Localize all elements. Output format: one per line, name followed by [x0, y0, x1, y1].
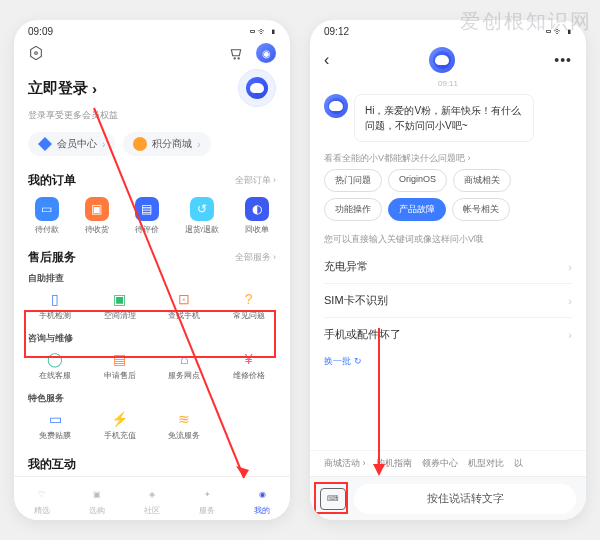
- settings-hex-icon[interactable]: [28, 45, 44, 61]
- service-icon: ✦: [198, 486, 216, 504]
- grid-phone-check[interactable]: ▯手机检测: [24, 287, 87, 324]
- pill-points[interactable]: 积分商城›: [123, 132, 210, 156]
- bc-coupon[interactable]: 领券中心: [422, 457, 458, 470]
- faq-charge[interactable]: 充电异常›: [310, 250, 586, 283]
- faq-sim[interactable]: SIM卡不识别›: [310, 284, 586, 317]
- heart-icon: ♡: [33, 486, 51, 504]
- bc-compare[interactable]: 机型对比: [468, 457, 504, 470]
- more-button[interactable]: •••: [554, 52, 572, 68]
- refresh-button[interactable]: 换一批 ↻: [310, 351, 586, 376]
- orders-more[interactable]: 全部订单 ›: [235, 174, 277, 187]
- nav-featured[interactable]: ♡精选: [33, 486, 51, 516]
- login-subtitle: 登录享受更多会员权益: [14, 109, 290, 128]
- doc-icon: ▤: [111, 350, 129, 368]
- phone-left: 09:09 ▭ ᯤ ▮ ◉ 立即登录› 登录享受更多会员权益 会员中心› 积分商…: [14, 20, 290, 520]
- keyboard-icon[interactable]: ⌨: [320, 488, 346, 510]
- chevron-right-icon: ›: [568, 261, 572, 273]
- grid-repair-price[interactable]: ¥维修价格: [218, 347, 281, 384]
- faq-broken[interactable]: 手机或配件坏了›: [310, 318, 586, 351]
- orders-title: 我的订单: [28, 172, 76, 189]
- chevron-right-icon: ›: [197, 139, 200, 150]
- grid-special: ▭免费贴膜 ⚡手机充值 ≋免流服务: [14, 405, 290, 450]
- chip-originos[interactable]: OriginOS: [388, 169, 447, 192]
- refund-icon: ↺: [190, 197, 214, 221]
- search-icon: ⊡: [175, 290, 193, 308]
- voice-button[interactable]: 按住说话转文字: [354, 484, 576, 514]
- orders-row: ▭待付款 ▣待收货 ▤待评价 ↺退货/退款 ◐回收单: [14, 193, 290, 243]
- interaction-title-row: 我的互动: [14, 450, 290, 477]
- greeting-bubble: Hi，亲爱的V粉，新年快乐！有什么问题，不妨问问小V吧~: [354, 94, 534, 142]
- price-icon: ¥: [240, 350, 258, 368]
- bc-guide[interactable]: 购机指南: [376, 457, 412, 470]
- nav-service[interactable]: ✦服务: [198, 486, 216, 516]
- msg-avatar: [324, 94, 348, 118]
- hint-1[interactable]: 看看全能的小V都能解决什么问题吧 ›: [310, 146, 586, 169]
- phone-right: 09:12 ▭ ᯤ ▮ ‹ ••• 09:11 Hi，亲爱的V粉，新年快乐！有什…: [310, 20, 586, 520]
- interaction-title: 我的互动: [28, 456, 76, 473]
- category-chips: 热门问题 OriginOS 商城相关 功能操作 产品故障 帐号相关: [310, 169, 586, 227]
- status-time: 09:12: [324, 26, 349, 37]
- bc-mall[interactable]: 商城活动 ›: [324, 457, 366, 470]
- chip-hot[interactable]: 热门问题: [324, 169, 382, 192]
- order-recycle[interactable]: ◐回收单: [245, 197, 269, 235]
- aftersales-title: 售后服务: [28, 249, 76, 266]
- avatar-small[interactable]: ◉: [256, 43, 276, 63]
- chat-icon: ▤: [135, 197, 159, 221]
- grid-data-free[interactable]: ≋免流服务: [153, 407, 216, 444]
- grid-find-phone[interactable]: ⊡查找手机: [153, 287, 216, 324]
- chevron-right-icon: ›: [568, 295, 572, 307]
- grid-faq[interactable]: ?常见问题: [218, 287, 281, 324]
- grid-apply-after[interactable]: ▤申请售后: [89, 347, 152, 384]
- time-badge: 09:11: [310, 77, 586, 90]
- wallet-icon: ▭: [35, 197, 59, 221]
- cart-icon[interactable]: [228, 45, 244, 61]
- phones-wrapper: 09:09 ▭ ᯤ ▮ ◉ 立即登录› 登录享受更多会员权益 会员中心› 积分商…: [0, 0, 600, 540]
- robot-icon: [433, 51, 451, 69]
- order-pending-review[interactable]: ▤待评价: [135, 197, 159, 235]
- back-button[interactable]: ‹: [324, 51, 329, 69]
- chip-mall[interactable]: 商城相关: [453, 169, 511, 192]
- status-bar: 09:09 ▭ ᯤ ▮: [14, 20, 290, 43]
- diamond-icon: [38, 137, 52, 151]
- order-pending-receive[interactable]: ▣待收货: [85, 197, 109, 235]
- hint-2: 您可以直接输入关键词或像这样问小V哦: [310, 227, 586, 250]
- status-time: 09:09: [28, 26, 53, 37]
- aftersales-title-row: 售后服务 全部服务 ›: [14, 243, 290, 270]
- chevron-right-icon: ›: [92, 80, 97, 97]
- data-icon: ≋: [175, 410, 193, 428]
- chevron-right-icon: ›: [568, 329, 572, 341]
- chip-account[interactable]: 帐号相关: [452, 198, 510, 221]
- location-icon: ⌂: [175, 350, 193, 368]
- nav-mine[interactable]: ◉我的: [253, 486, 271, 516]
- pill-member[interactable]: 会员中心›: [28, 132, 115, 156]
- grid-film[interactable]: ▭免费贴膜: [24, 407, 87, 444]
- grid-service-point[interactable]: ⌂服务网点: [153, 347, 216, 384]
- robot-icon: [246, 77, 268, 99]
- grid-self-check: ▯手机检测 ▣空间清理 ⊡查找手机 ?常见问题: [14, 285, 290, 330]
- avatar-big[interactable]: [238, 69, 276, 107]
- svg-point-0: [35, 52, 38, 55]
- chip-function[interactable]: 功能操作: [324, 198, 382, 221]
- nav-shop[interactable]: ▣选购: [88, 486, 106, 516]
- chip-fault[interactable]: 产品故障: [388, 198, 446, 221]
- bag-icon: ▣: [88, 486, 106, 504]
- order-refund[interactable]: ↺退货/退款: [185, 197, 219, 235]
- status-icons: ▭ ᯤ ▮: [546, 26, 572, 37]
- grid-online-service[interactable]: ◯在线客服: [24, 347, 87, 384]
- grid-recharge[interactable]: ⚡手机充值: [89, 407, 152, 444]
- aftersales-more[interactable]: 全部服务 ›: [235, 251, 277, 264]
- login-row[interactable]: 立即登录›: [14, 63, 290, 109]
- coin-icon: [133, 137, 147, 151]
- status-icons: ▭ ᯤ ▮: [250, 26, 276, 37]
- grid-clean[interactable]: ▣空间清理: [89, 287, 152, 324]
- login-title: 立即登录›: [28, 79, 97, 98]
- bc-more[interactable]: 以: [514, 457, 523, 470]
- order-pending-pay[interactable]: ▭待付款: [35, 197, 59, 235]
- grid-consult: ◯在线客服 ▤申请售后 ⌂服务网点 ¥维修价格: [14, 345, 290, 390]
- recycle-icon: ◐: [245, 197, 269, 221]
- nav-community[interactable]: ◈社区: [143, 486, 161, 516]
- headset-icon: ◯: [46, 350, 64, 368]
- sub-special: 特色服务: [14, 390, 290, 405]
- truck-icon: ▣: [85, 197, 109, 221]
- bottom-chips: 商城活动 › 购机指南 领券中心 机型对比 以: [310, 450, 586, 476]
